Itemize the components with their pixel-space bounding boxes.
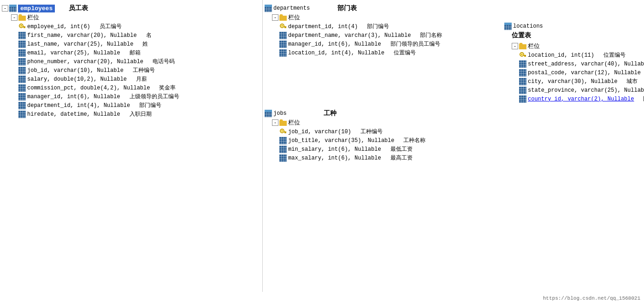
locations-label: 位置表 <box>512 31 644 40</box>
jobs-cols-node: - 栏位 <box>272 118 486 127</box>
departments-label: 部门表 <box>337 4 357 12</box>
table-row: manager_id, int(6), Nullable部门领导的员工编号 <box>279 40 486 48</box>
table-row: country_id, varchar(2), Nullable国家编号 <box>519 95 644 103</box>
watermark: https://blog.csdn.net/qq_1568021 <box>543 296 640 301</box>
table-row: first_name, varchar(20), Nullable名 <box>18 31 260 40</box>
expand-icon-root[interactable]: - <box>2 5 8 12</box>
field-name: department_name, varchar(3), Nullable <box>288 32 411 39</box>
table-row: salary, double(10,2), Nullable月薪 <box>18 75 260 83</box>
col-icon <box>279 137 287 144</box>
table-row: job_title, varchar(35), Nullable工种名称 <box>279 136 486 145</box>
bottom-right-row: jobs 工种 - 栏位 job_id, varchar(10)工种编号job_… <box>265 109 642 162</box>
field-name: location_id, int(4), Nullable <box>288 50 384 56</box>
jobs-top-node: jobs 工种 <box>265 109 486 118</box>
col-icon <box>18 111 26 118</box>
field-comment: 上级领导的员工编号 <box>130 93 179 101</box>
table-row: job_id, varchar(10)工种编号 <box>279 127 486 136</box>
col-icon <box>279 41 287 48</box>
field-comment: 位置编号 <box>394 49 416 57</box>
field-name: postal_code, varchar(12), Nullable <box>528 70 641 76</box>
svg-point-11 <box>521 53 523 55</box>
col-icon <box>279 32 287 39</box>
svg-rect-14 <box>524 56 525 57</box>
col-icon <box>279 146 287 153</box>
field-name: employee_id, int(6) <box>27 24 90 30</box>
field-name: job_title, varchar(35), Nullable <box>288 137 394 144</box>
table-row: state_province, varchar(25), Nullable州/省 <box>519 86 644 95</box>
locations-table-icon <box>504 23 512 30</box>
employees-table-icon <box>9 5 17 12</box>
table-row: max_salary, int(6), Nullable最高工资 <box>279 154 486 162</box>
field-comment: 位置编号 <box>603 51 626 59</box>
field-comment: 部门名称 <box>420 31 442 39</box>
field-name: salary, double(10,2), Nullable <box>27 76 127 83</box>
table-row: postal_code, varchar(12), Nullable邮编 <box>519 68 644 77</box>
departments-fields: department_id, int(4)部门编号department_name… <box>265 22 486 57</box>
field-comment: 名 <box>146 31 152 39</box>
field-comment: 邮箱 <box>130 49 141 57</box>
field-comment: 员工编号 <box>100 23 122 30</box>
field-comment: 月薪 <box>136 75 147 83</box>
top-right-row: departments 部门表 - 栏位 department_id, int(… <box>265 4 642 103</box>
table-row: department_id, int(4)部门编号 <box>279 22 486 31</box>
field-comment: 工种编号 <box>360 128 383 136</box>
table-row: employee_id, int(6)员工编号 <box>18 22 260 31</box>
key-icon <box>279 23 287 30</box>
field-name: state_province, varchar(25), Nullable <box>528 87 644 94</box>
jobs-columns-label: 栏位 <box>288 118 300 127</box>
field-comment: 部门领导的员工编号 <box>390 40 440 48</box>
field-name: department_id, int(4) <box>288 24 358 30</box>
locations-cols-node: - 栏位 <box>512 41 644 51</box>
svg-rect-19 <box>284 132 285 133</box>
expand-icon-loc-cols[interactable]: - <box>512 43 518 49</box>
table-row: location_id, int(4), Nullable位置编号 <box>279 48 486 57</box>
table-row: location_id, int(11)位置编号 <box>519 51 644 59</box>
table-row: commission_pct, double(4,2), Nullable奖金率 <box>18 83 260 92</box>
field-comment: 部门编号 <box>139 101 161 109</box>
field-name: email, varchar(25), Nullable <box>27 50 120 56</box>
table-row: city, varchar(30), Nullable城市 <box>519 77 644 86</box>
field-name: first_name, varchar(20), Nullable <box>27 32 137 39</box>
field-name: last_name, varchar(25), Nullable <box>27 41 133 47</box>
col-icon <box>279 154 287 162</box>
svg-rect-2 <box>23 26 25 27</box>
field-name: manager_id, int(6), Nullable <box>288 41 381 47</box>
locations-section: locations 位置表 - 栏位 location_id, int(11)位… <box>504 4 644 103</box>
field-comment: 最低工资 <box>390 145 413 153</box>
employees-table-name[interactable]: employees <box>18 5 55 12</box>
key-icon <box>18 23 26 30</box>
field-name: job_id, varchar(10) <box>288 129 351 135</box>
content-area: - employees 员工表 - 栏位 employee_id, int(6)… <box>0 0 644 292</box>
expand-icon-jobs-cols[interactable]: - <box>272 119 278 126</box>
svg-rect-8 <box>285 27 286 28</box>
field-comment: 奖金率 <box>159 84 176 92</box>
expand-icon-dept-cols[interactable]: - <box>272 14 278 21</box>
field-comment: 电话号码 <box>153 58 175 65</box>
field-name: phone_number, varchar(20), Nullable <box>27 59 143 65</box>
field-comment: 姓 <box>142 40 148 48</box>
locations-fields: location_id, int(11)位置编号street_address, … <box>504 51 644 103</box>
table-row: min_salary, int(6), Nullable最低工资 <box>279 145 486 154</box>
svg-rect-18 <box>285 132 286 133</box>
field-name: department_id, int(4), Nullable <box>27 102 130 109</box>
expand-icon-emp-cols[interactable]: - <box>11 14 18 21</box>
table-row: email, varchar(25), Nullable邮箱 <box>18 48 260 57</box>
table-row: department_name, varchar(3), Nullable部门名… <box>279 31 486 40</box>
svg-rect-4 <box>24 27 24 28</box>
table-row: hiredate, datetime, Nullable入职日期 <box>18 110 260 118</box>
col-icon <box>519 87 526 94</box>
departments-top-node: departments 部门表 <box>265 4 486 13</box>
col-icon <box>519 95 526 103</box>
tree-top-node: - employees 员工表 <box>2 4 260 13</box>
col-icon <box>18 102 26 109</box>
locations-columns-label: 栏位 <box>528 42 540 50</box>
field-name: commission_pct, double(4,2), Nullable <box>27 85 150 91</box>
svg-rect-12 <box>523 55 526 56</box>
col-icon <box>18 41 26 48</box>
departments-table-name: departments <box>273 5 310 12</box>
folder-icon-emp <box>18 14 26 21</box>
col-icon <box>18 67 26 74</box>
field-comment: 工种名称 <box>403 136 425 144</box>
jobs-section: jobs 工种 - 栏位 job_id, varchar(10)工种编号job_… <box>265 109 486 162</box>
departments-section: departments 部门表 - 栏位 department_id, int(… <box>265 4 486 103</box>
